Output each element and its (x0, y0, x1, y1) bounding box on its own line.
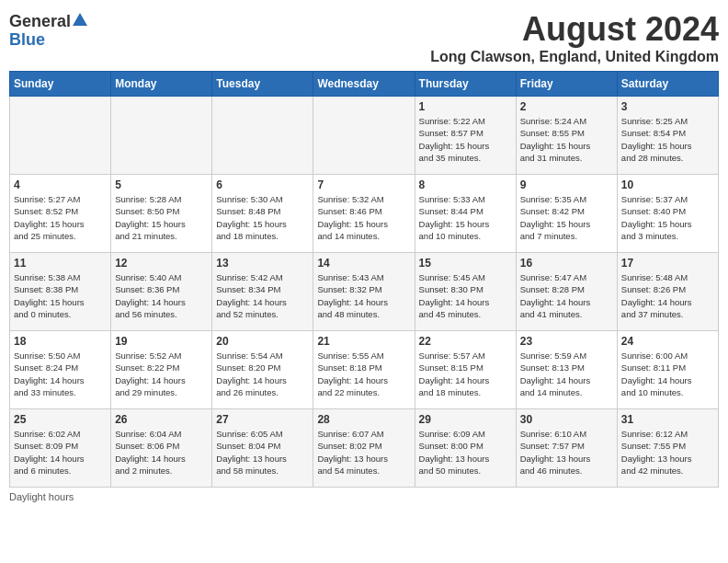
day-number: 20 (216, 335, 309, 348)
title-section: August 2024 Long Clawson, England, Unite… (430, 9, 719, 65)
day-info: Sunrise: 5:33 AM Sunset: 8:44 PM Dayligh… (419, 193, 512, 242)
calendar-cell (212, 97, 313, 175)
day-info: Sunrise: 5:45 AM Sunset: 8:30 PM Dayligh… (419, 271, 512, 320)
calendar-cell (313, 97, 415, 175)
day-number: 10 (621, 178, 714, 191)
day-number: 2 (520, 100, 613, 113)
day-info: Sunrise: 5:43 AM Sunset: 8:32 PM Dayligh… (317, 271, 410, 320)
calendar-cell: 5Sunrise: 5:28 AM Sunset: 8:50 PM Daylig… (111, 175, 212, 253)
logo: General Blue (9, 13, 87, 50)
week-row-2: 4Sunrise: 5:27 AM Sunset: 8:52 PM Daylig… (10, 175, 719, 253)
day-info: Sunrise: 5:48 AM Sunset: 8:26 PM Dayligh… (621, 271, 714, 320)
logo-general: General (9, 13, 71, 31)
calendar-cell: 29Sunrise: 6:09 AM Sunset: 8:00 PM Dayli… (415, 409, 516, 488)
calendar-cell: 21Sunrise: 5:55 AM Sunset: 8:18 PM Dayli… (313, 331, 415, 409)
day-info: Sunrise: 5:55 AM Sunset: 8:18 PM Dayligh… (317, 350, 410, 398)
calendar-cell: 31Sunrise: 6:12 AM Sunset: 7:55 PM Dayli… (617, 409, 718, 488)
calendar-cell: 28Sunrise: 6:07 AM Sunset: 8:02 PM Dayli… (313, 409, 415, 488)
week-row-3: 11Sunrise: 5:38 AM Sunset: 8:38 PM Dayli… (10, 253, 719, 331)
day-info: Sunrise: 6:10 AM Sunset: 7:57 PM Dayligh… (520, 428, 613, 477)
logo-blue: Blue (9, 31, 45, 50)
calendar-cell: 7Sunrise: 5:32 AM Sunset: 8:46 PM Daylig… (313, 175, 415, 253)
week-row-5: 25Sunrise: 6:02 AM Sunset: 8:09 PM Dayli… (10, 409, 719, 488)
day-info: Sunrise: 5:32 AM Sunset: 8:46 PM Dayligh… (317, 193, 410, 242)
day-number: 19 (115, 335, 208, 348)
day-number: 9 (520, 178, 613, 191)
calendar-cell: 2Sunrise: 5:24 AM Sunset: 8:55 PM Daylig… (516, 97, 617, 175)
calendar-cell: 30Sunrise: 6:10 AM Sunset: 7:57 PM Dayli… (516, 409, 617, 488)
day-number: 15 (419, 257, 512, 270)
day-number: 31 (621, 413, 714, 426)
day-number: 8 (419, 178, 512, 191)
page-subtitle: Long Clawson, England, United Kingdom (430, 49, 719, 65)
day-number: 24 (621, 335, 714, 348)
day-info: Sunrise: 5:47 AM Sunset: 8:28 PM Dayligh… (520, 271, 613, 320)
day-number: 17 (621, 257, 714, 270)
calendar-cell: 18Sunrise: 5:50 AM Sunset: 8:24 PM Dayli… (10, 331, 111, 409)
day-info: Sunrise: 5:52 AM Sunset: 8:22 PM Dayligh… (115, 350, 208, 398)
column-header-thursday: Thursday (415, 72, 516, 97)
calendar-cell: 19Sunrise: 5:52 AM Sunset: 8:22 PM Dayli… (111, 331, 212, 409)
header-row: SundayMondayTuesdayWednesdayThursdayFrid… (10, 72, 719, 97)
calendar-cell: 8Sunrise: 5:33 AM Sunset: 8:44 PM Daylig… (415, 175, 516, 253)
day-info: Sunrise: 5:24 AM Sunset: 8:55 PM Dayligh… (520, 115, 613, 164)
day-number: 4 (14, 178, 107, 191)
day-number: 3 (621, 100, 714, 113)
day-info: Sunrise: 5:22 AM Sunset: 8:57 PM Dayligh… (419, 115, 512, 164)
day-number: 1 (419, 100, 512, 113)
calendar-cell: 26Sunrise: 6:04 AM Sunset: 8:06 PM Dayli… (111, 409, 212, 488)
page-title: August 2024 (430, 9, 719, 49)
day-number: 27 (216, 413, 309, 426)
calendar-cell: 15Sunrise: 5:45 AM Sunset: 8:30 PM Dayli… (415, 253, 516, 331)
calendar-cell: 27Sunrise: 6:05 AM Sunset: 8:04 PM Dayli… (212, 409, 313, 488)
day-number: 13 (216, 257, 309, 270)
calendar-cell: 10Sunrise: 5:37 AM Sunset: 8:40 PM Dayli… (617, 175, 718, 253)
calendar-cell: 16Sunrise: 5:47 AM Sunset: 8:28 PM Dayli… (516, 253, 617, 331)
day-info: Sunrise: 5:38 AM Sunset: 8:38 PM Dayligh… (14, 271, 107, 320)
calendar-cell: 23Sunrise: 5:59 AM Sunset: 8:13 PM Dayli… (516, 331, 617, 409)
calendar-cell: 13Sunrise: 5:42 AM Sunset: 8:34 PM Dayli… (212, 253, 313, 331)
day-info: Sunrise: 5:28 AM Sunset: 8:50 PM Dayligh… (115, 193, 208, 242)
calendar-cell: 3Sunrise: 5:25 AM Sunset: 8:54 PM Daylig… (617, 97, 718, 175)
calendar-cell: 20Sunrise: 5:54 AM Sunset: 8:20 PM Dayli… (212, 331, 313, 409)
calendar-cell: 25Sunrise: 6:02 AM Sunset: 8:09 PM Dayli… (10, 409, 111, 488)
column-header-friday: Friday (516, 72, 617, 97)
calendar-cell: 9Sunrise: 5:35 AM Sunset: 8:42 PM Daylig… (516, 175, 617, 253)
day-info: Sunrise: 6:07 AM Sunset: 8:02 PM Dayligh… (317, 428, 410, 477)
day-info: Sunrise: 5:57 AM Sunset: 8:15 PM Dayligh… (419, 350, 512, 398)
day-number: 29 (419, 413, 512, 426)
day-number: 5 (115, 178, 208, 191)
day-info: Sunrise: 6:00 AM Sunset: 8:11 PM Dayligh… (621, 350, 714, 398)
day-info: Sunrise: 5:54 AM Sunset: 8:20 PM Dayligh… (216, 350, 309, 398)
day-number: 16 (520, 257, 613, 270)
column-header-monday: Monday (111, 72, 212, 97)
logo-icon (73, 13, 87, 28)
day-info: Sunrise: 5:42 AM Sunset: 8:34 PM Dayligh… (216, 271, 309, 320)
calendar-cell: 11Sunrise: 5:38 AM Sunset: 8:38 PM Dayli… (10, 253, 111, 331)
day-number: 11 (14, 257, 107, 270)
day-number: 18 (14, 335, 107, 348)
week-row-1: 1Sunrise: 5:22 AM Sunset: 8:57 PM Daylig… (10, 97, 719, 175)
day-number: 12 (115, 257, 208, 270)
day-info: Sunrise: 6:05 AM Sunset: 8:04 PM Dayligh… (216, 428, 309, 477)
calendar-cell (111, 97, 212, 175)
column-header-wednesday: Wednesday (313, 72, 415, 97)
day-number: 26 (115, 413, 208, 426)
calendar-table: SundayMondayTuesdayWednesdayThursdayFrid… (9, 71, 719, 488)
day-number: 28 (317, 413, 410, 426)
column-header-sunday: Sunday (10, 72, 111, 97)
day-number: 14 (317, 257, 410, 270)
calendar-cell: 6Sunrise: 5:30 AM Sunset: 8:48 PM Daylig… (212, 175, 313, 253)
day-number: 7 (317, 178, 410, 191)
column-header-saturday: Saturday (617, 72, 718, 97)
calendar-cell: 22Sunrise: 5:57 AM Sunset: 8:15 PM Dayli… (415, 331, 516, 409)
header: General Blue August 2024 Long Clawson, E… (9, 9, 719, 65)
day-info: Sunrise: 5:59 AM Sunset: 8:13 PM Dayligh… (520, 350, 613, 398)
svg-marker-0 (73, 13, 87, 26)
day-number: 22 (419, 335, 512, 348)
calendar-cell: 12Sunrise: 5:40 AM Sunset: 8:36 PM Dayli… (111, 253, 212, 331)
day-info: Sunrise: 5:27 AM Sunset: 8:52 PM Dayligh… (14, 193, 107, 242)
calendar-cell: 4Sunrise: 5:27 AM Sunset: 8:52 PM Daylig… (10, 175, 111, 253)
day-info: Sunrise: 5:50 AM Sunset: 8:24 PM Dayligh… (14, 350, 107, 398)
day-info: Sunrise: 5:35 AM Sunset: 8:42 PM Dayligh… (520, 193, 613, 242)
